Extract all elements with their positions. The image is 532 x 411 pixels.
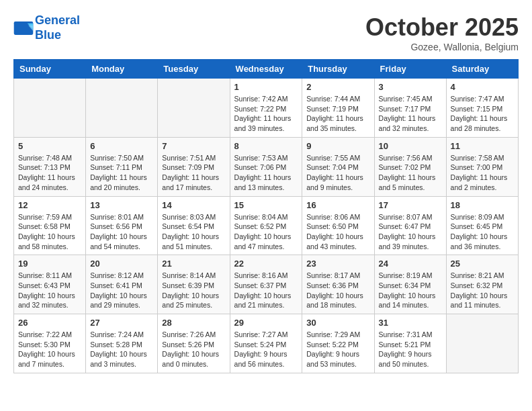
day-number: 19: [18, 259, 81, 269]
logo: General Blue: [13, 13, 80, 42]
calendar-cell: 9Sunrise: 7:55 AMSunset: 7:04 PMDaylight…: [302, 137, 374, 196]
day-number: 28: [162, 318, 225, 328]
day-info: Sunrise: 7:44 AMSunset: 7:19 PMDaylight:…: [306, 94, 369, 134]
day-number: 25: [451, 259, 514, 269]
calendar-cell: 6Sunrise: 7:50 AMSunset: 7:11 PMDaylight…: [86, 137, 158, 196]
day-number: 3: [379, 82, 442, 92]
calendar-cell: [86, 79, 158, 138]
day-info: Sunrise: 7:27 AMSunset: 5:24 PMDaylight:…: [234, 330, 298, 369]
day-number: 18: [451, 200, 514, 210]
day-info: Sunrise: 8:21 AMSunset: 6:32 PMDaylight:…: [451, 271, 514, 310]
logo-icon: [13, 21, 34, 35]
day-number: 23: [306, 259, 369, 269]
day-info: Sunrise: 8:11 AMSunset: 6:43 PMDaylight:…: [18, 271, 81, 310]
day-info: Sunrise: 8:06 AMSunset: 6:50 PMDaylight:…: [306, 212, 369, 252]
day-info: Sunrise: 7:51 AMSunset: 7:09 PMDaylight:…: [162, 153, 225, 193]
day-number: 5: [18, 141, 81, 151]
day-number: 11: [451, 141, 514, 151]
calendar-cell: 7Sunrise: 7:51 AMSunset: 7:09 PMDaylight…: [158, 137, 230, 196]
day-info: Sunrise: 8:04 AMSunset: 6:52 PMDaylight:…: [234, 212, 298, 252]
day-number: 27: [90, 318, 153, 328]
weekday-header: Sunday: [14, 60, 86, 79]
day-number: 29: [234, 318, 298, 328]
calendar-cell: 22Sunrise: 8:16 AMSunset: 6:37 PMDayligh…: [230, 255, 302, 314]
day-number: 14: [162, 200, 225, 210]
day-info: Sunrise: 7:31 AMSunset: 5:21 PMDaylight:…: [379, 330, 442, 369]
calendar-cell: 20Sunrise: 8:12 AMSunset: 6:41 PMDayligh…: [86, 255, 158, 314]
day-number: 17: [379, 200, 442, 210]
calendar-cell: 26Sunrise: 7:22 AMSunset: 5:30 PMDayligh…: [14, 314, 86, 373]
day-number: 22: [234, 259, 298, 269]
day-number: 6: [90, 141, 153, 151]
calendar-week-row: 5Sunrise: 7:48 AMSunset: 7:13 PMDaylight…: [14, 137, 519, 196]
calendar-cell: 12Sunrise: 7:59 AMSunset: 6:58 PMDayligh…: [14, 196, 86, 255]
day-number: 1: [234, 82, 298, 92]
day-info: Sunrise: 8:03 AMSunset: 6:54 PMDaylight:…: [162, 212, 225, 252]
calendar-cell: 1Sunrise: 7:42 AMSunset: 7:22 PMDaylight…: [230, 79, 302, 138]
day-info: Sunrise: 8:09 AMSunset: 6:45 PMDaylight:…: [451, 212, 514, 252]
day-info: Sunrise: 8:12 AMSunset: 6:41 PMDaylight:…: [90, 271, 153, 310]
calendar-cell: 10Sunrise: 7:56 AMSunset: 7:02 PMDayligh…: [374, 137, 446, 196]
day-info: Sunrise: 7:50 AMSunset: 7:11 PMDaylight:…: [90, 153, 153, 193]
weekday-header: Wednesday: [230, 60, 302, 79]
day-info: Sunrise: 8:07 AMSunset: 6:47 PMDaylight:…: [379, 212, 442, 252]
day-info: Sunrise: 7:24 AMSunset: 5:28 PMDaylight:…: [90, 330, 153, 369]
day-number: 24: [379, 259, 442, 269]
calendar-cell: [14, 79, 86, 138]
calendar-week-row: 1Sunrise: 7:42 AMSunset: 7:22 PMDaylight…: [14, 79, 519, 138]
calendar-cell: 21Sunrise: 8:14 AMSunset: 6:39 PMDayligh…: [158, 255, 230, 314]
weekday-header: Saturday: [446, 60, 518, 79]
day-info: Sunrise: 7:59 AMSunset: 6:58 PMDaylight:…: [18, 212, 81, 252]
day-info: Sunrise: 7:58 AMSunset: 7:00 PMDaylight:…: [451, 153, 514, 193]
calendar-cell: 2Sunrise: 7:44 AMSunset: 7:19 PMDaylight…: [302, 79, 374, 138]
calendar-cell: [158, 79, 230, 138]
calendar-cell: 17Sunrise: 8:07 AMSunset: 6:47 PMDayligh…: [374, 196, 446, 255]
day-number: 26: [18, 318, 81, 328]
calendar-cell: 18Sunrise: 8:09 AMSunset: 6:45 PMDayligh…: [446, 196, 518, 255]
calendar-cell: 30Sunrise: 7:29 AMSunset: 5:22 PMDayligh…: [302, 314, 374, 373]
calendar-header-row: SundayMondayTuesdayWednesdayThursdayFrid…: [14, 60, 519, 79]
day-number: 12: [18, 200, 81, 210]
calendar-cell: 14Sunrise: 8:03 AMSunset: 6:54 PMDayligh…: [158, 196, 230, 255]
calendar-cell: 3Sunrise: 7:45 AMSunset: 7:17 PMDaylight…: [374, 79, 446, 138]
calendar-week-row: 19Sunrise: 8:11 AMSunset: 6:43 PMDayligh…: [14, 255, 519, 314]
calendar-cell: 25Sunrise: 8:21 AMSunset: 6:32 PMDayligh…: [446, 255, 518, 314]
weekday-header: Monday: [86, 60, 158, 79]
logo-line1: General: [35, 13, 80, 27]
day-info: Sunrise: 7:56 AMSunset: 7:02 PMDaylight:…: [379, 153, 442, 193]
day-number: 7: [162, 141, 225, 151]
location: Gozee, Wallonia, Belgium: [365, 42, 519, 52]
page-header: General Blue October 2025 Gozee, Walloni…: [13, 13, 519, 52]
day-number: 31: [379, 318, 442, 328]
day-info: Sunrise: 7:53 AMSunset: 7:06 PMDaylight:…: [234, 153, 298, 193]
day-info: Sunrise: 7:26 AMSunset: 5:26 PMDaylight:…: [162, 330, 225, 369]
day-info: Sunrise: 7:29 AMSunset: 5:22 PMDaylight:…: [306, 330, 369, 369]
calendar-cell: 31Sunrise: 7:31 AMSunset: 5:21 PMDayligh…: [374, 314, 446, 373]
day-number: 21: [162, 259, 225, 269]
calendar-cell: 24Sunrise: 8:19 AMSunset: 6:34 PMDayligh…: [374, 255, 446, 314]
calendar-cell: 8Sunrise: 7:53 AMSunset: 7:06 PMDaylight…: [230, 137, 302, 196]
day-info: Sunrise: 8:14 AMSunset: 6:39 PMDaylight:…: [162, 271, 225, 310]
weekday-header: Friday: [374, 60, 446, 79]
day-info: Sunrise: 7:47 AMSunset: 7:15 PMDaylight:…: [451, 94, 514, 134]
calendar-cell: 29Sunrise: 7:27 AMSunset: 5:24 PMDayligh…: [230, 314, 302, 373]
day-info: Sunrise: 7:22 AMSunset: 5:30 PMDaylight:…: [18, 330, 81, 369]
day-number: 9: [306, 141, 369, 151]
day-info: Sunrise: 8:16 AMSunset: 6:37 PMDaylight:…: [234, 271, 298, 310]
calendar-cell: 15Sunrise: 8:04 AMSunset: 6:52 PMDayligh…: [230, 196, 302, 255]
day-number: 15: [234, 200, 298, 210]
calendar-cell: 27Sunrise: 7:24 AMSunset: 5:28 PMDayligh…: [86, 314, 158, 373]
day-number: 16: [306, 200, 369, 210]
logo-text: General Blue: [35, 13, 80, 42]
day-info: Sunrise: 7:48 AMSunset: 7:13 PMDaylight:…: [18, 153, 81, 193]
day-info: Sunrise: 8:19 AMSunset: 6:34 PMDaylight:…: [379, 271, 442, 310]
day-number: 20: [90, 259, 153, 269]
calendar-cell: 19Sunrise: 8:11 AMSunset: 6:43 PMDayligh…: [14, 255, 86, 314]
calendar-cell: 5Sunrise: 7:48 AMSunset: 7:13 PMDaylight…: [14, 137, 86, 196]
month-title: October 2025: [365, 13, 519, 42]
calendar-cell: 28Sunrise: 7:26 AMSunset: 5:26 PMDayligh…: [158, 314, 230, 373]
calendar-cell: 11Sunrise: 7:58 AMSunset: 7:00 PMDayligh…: [446, 137, 518, 196]
day-number: 8: [234, 141, 298, 151]
calendar-cell: 13Sunrise: 8:01 AMSunset: 6:56 PMDayligh…: [86, 196, 158, 255]
weekday-header: Thursday: [302, 60, 374, 79]
